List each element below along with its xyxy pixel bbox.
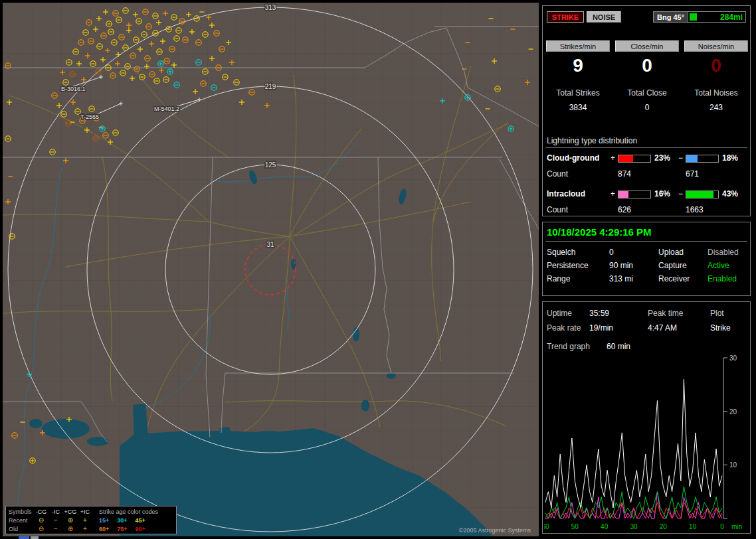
uptime-label: Uptime bbox=[547, 309, 572, 318]
legend-row-label: Recent bbox=[9, 517, 34, 524]
legend-age-code: 30+ bbox=[117, 517, 127, 524]
capture-status: Active bbox=[708, 261, 729, 270]
legend-row: Recent⊖−⊕+15+30+45+ bbox=[9, 516, 173, 524]
persistence-value: 90 min bbox=[609, 261, 633, 270]
uptime-value: 35:59 bbox=[589, 309, 609, 318]
trend-series-strikes bbox=[545, 379, 722, 508]
trend-x-tick-label: 40 bbox=[601, 523, 609, 530]
peak-time-label: Peak time bbox=[648, 309, 683, 318]
range-label: Range bbox=[547, 274, 570, 283]
trend-x-tick-label: 60 bbox=[544, 523, 549, 530]
legend-symbol-icon: ⊖ bbox=[34, 517, 48, 524]
trend-x-tick-label: 50 bbox=[571, 523, 579, 530]
cloud-ground-count-row: Count 874 671 bbox=[543, 169, 750, 179]
receiver-status: Enabled bbox=[708, 274, 737, 283]
legend-age-header: Strike age color codes bbox=[92, 508, 173, 515]
map-legend: Symbols-CG-IC+CG+ICStrike age color code… bbox=[5, 506, 177, 534]
strikes-per-min-value: 9 bbox=[546, 55, 610, 76]
divider bbox=[545, 241, 747, 242]
legend-age-code: 75+ bbox=[117, 526, 127, 532]
ic-minus-pct: 43% bbox=[722, 189, 738, 198]
trend-graph: 1020306050403020100min bbox=[544, 355, 751, 532]
trend-series-noise bbox=[545, 492, 722, 518]
peak-time-value: 4:47 AM bbox=[648, 323, 677, 333]
datetime-display: 10/18/2025 4:29:16 PM bbox=[547, 226, 652, 238]
plus-sign: + bbox=[611, 153, 615, 163]
range-ring-label: 219 bbox=[265, 83, 276, 90]
trend-y-tick-label: 10 bbox=[729, 461, 737, 469]
trend-graph-label: Trend graph bbox=[547, 342, 590, 351]
bearing-display: Bng 45° 284mi bbox=[653, 11, 746, 23]
noises-per-min-value: 0 bbox=[684, 55, 748, 76]
total-noises-label: Total Noises bbox=[684, 88, 748, 98]
squelch-value: 0 bbox=[609, 248, 614, 257]
legend-symbols-header: Symbols bbox=[9, 508, 34, 515]
legend-row-label: Old bbox=[9, 526, 34, 532]
peak-rate-value: 19/min bbox=[589, 323, 613, 333]
legend-symbol-icon: ⊕ bbox=[63, 526, 78, 532]
settings-row: Squelch 0 Upload Disabled bbox=[543, 248, 750, 258]
strike-toggle-button[interactable]: STRIKE bbox=[547, 11, 584, 23]
settings-box: 10/18/2025 4:29:16 PM Squelch 0 Upload D… bbox=[542, 222, 751, 296]
rates-box: STRIKE NOISE Bng 45° 284mi Strikes/min C… bbox=[542, 5, 751, 216]
trend-x-unit: min bbox=[731, 523, 742, 530]
legend-col-header: -IC bbox=[48, 508, 63, 515]
row-name: Cloud-ground bbox=[547, 153, 599, 163]
range-value: 313 mi bbox=[609, 274, 633, 283]
signal-meter-bar bbox=[690, 13, 697, 21]
trend-x-tick-label: 20 bbox=[660, 523, 668, 530]
plus-sign: + bbox=[611, 189, 615, 198]
legend-col-header: +CG bbox=[63, 508, 78, 515]
noise-toggle-button[interactable]: NOISE bbox=[587, 11, 621, 23]
ic-minus-count: 1663 bbox=[686, 205, 704, 214]
legend-age-code: 60+ bbox=[99, 526, 109, 532]
ic-plus-count: 626 bbox=[618, 205, 631, 214]
taskbar-sliver-gray bbox=[31, 536, 39, 539]
taskbar-sliver-blue bbox=[19, 536, 29, 539]
row-name: Intracloud bbox=[547, 189, 585, 198]
total-strikes-label: Total Strikes bbox=[546, 88, 610, 98]
divider bbox=[545, 147, 747, 148]
total-close-label: Total Close bbox=[615, 88, 679, 98]
bearing-label: Bng 45° bbox=[654, 12, 688, 22]
trend-box: Uptime 35:59 Peak time Plot Peak rate 19… bbox=[542, 301, 751, 534]
count-label: Count bbox=[547, 169, 568, 179]
upload-status: Disabled bbox=[708, 248, 739, 257]
receiver-label: Receiver bbox=[658, 274, 690, 283]
count-label: Count bbox=[547, 205, 568, 214]
app-window: 31321912531B-3016.1T-2565M-5401.2 Symbol… bbox=[0, 0, 756, 539]
strikes-per-min-button[interactable]: Strikes/min bbox=[546, 40, 610, 52]
ic-plus-pct: 16% bbox=[654, 189, 670, 198]
storm-cell-label: T-2565 bbox=[80, 114, 99, 120]
range-readout: 284mi bbox=[697, 13, 745, 22]
peak-rate-label: Peak rate bbox=[547, 323, 581, 333]
cg-plus-bar bbox=[618, 155, 651, 163]
noises-per-min-button[interactable]: Noises/min bbox=[684, 40, 748, 52]
range-ring-label: 31 bbox=[266, 241, 274, 248]
distribution-header: Lightning type distribution bbox=[547, 136, 637, 145]
legend-age-code: 90+ bbox=[136, 526, 145, 532]
total-close-value: 0 bbox=[615, 103, 679, 112]
trend-y-tick-label: 30 bbox=[729, 355, 737, 362]
range-ring-label: 313 bbox=[265, 4, 276, 11]
cg-plus-pct: 23% bbox=[654, 153, 670, 163]
lightning-map[interactable]: 31321912531B-3016.1T-2565M-5401.2 Symbol… bbox=[3, 3, 539, 536]
settings-row: Range 313 mi Receiver Enabled bbox=[543, 274, 750, 285]
close-per-min-value: 0 bbox=[615, 55, 679, 76]
cloud-ground-row: Cloud-ground + 23% − 18% bbox=[543, 153, 750, 163]
legend-symbol-icon: − bbox=[48, 517, 63, 524]
cg-minus-count: 671 bbox=[686, 169, 699, 179]
legend-col-header: +IC bbox=[78, 508, 92, 515]
plot-label: Plot bbox=[710, 309, 724, 318]
close-per-min-button[interactable]: Close/min bbox=[615, 40, 679, 52]
legend-symbol-icon: − bbox=[48, 526, 63, 532]
cg-minus-bar bbox=[686, 155, 719, 163]
trend-x-tick-label: 0 bbox=[720, 523, 724, 530]
status-panel: STRIKE NOISE Bng 45° 284mi Strikes/min C… bbox=[542, 0, 752, 539]
copyright-text: ©2005 Astrogenic Systems bbox=[459, 527, 531, 534]
legend-age-code: 15+ bbox=[99, 517, 109, 524]
storm-cell-label: M-5401.2 bbox=[154, 106, 179, 112]
legend-header-row: Symbols-CG-IC+CG+ICStrike age color code… bbox=[9, 507, 173, 516]
squelch-label: Squelch bbox=[547, 248, 575, 257]
minus-sign: − bbox=[678, 189, 683, 198]
